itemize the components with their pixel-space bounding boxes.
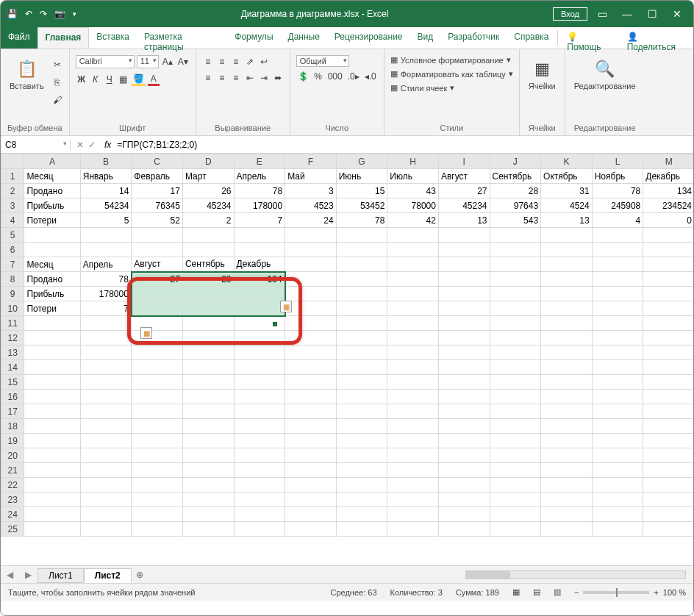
maximize-icon[interactable]: ☐	[642, 8, 662, 20]
cell-G2[interactable]: 15	[336, 184, 387, 198]
cell-C4[interactable]: 52	[132, 213, 183, 228]
cell-I19[interactable]	[438, 434, 490, 448]
cell-M16[interactable]	[643, 390, 693, 404]
cell-H18[interactable]	[387, 419, 439, 434]
cell-K13[interactable]	[541, 345, 593, 360]
cell-F1[interactable]: Май	[285, 169, 337, 184]
cell-J25[interactable]	[490, 522, 541, 537]
cell-A10[interactable]: Потери	[24, 301, 80, 316]
cell-J8[interactable]	[490, 272, 541, 287]
save-icon[interactable]: 💾	[7, 9, 18, 19]
cell-L25[interactable]	[592, 522, 643, 537]
cell-E8[interactable]: 134	[234, 272, 285, 287]
cell-G20[interactable]	[336, 448, 387, 463]
cell-F21[interactable]	[285, 463, 337, 478]
cell-H6[interactable]	[387, 243, 439, 257]
autofill-options-icon[interactable]: ▦	[280, 301, 292, 312]
cell-F2[interactable]: 3	[285, 184, 337, 198]
cell-H11[interactable]	[387, 316, 439, 331]
row-header-17[interactable]: 17	[1, 404, 24, 419]
row-header-20[interactable]: 20	[1, 448, 24, 463]
cell-F19[interactable]	[285, 434, 337, 448]
cell-I9[interactable]	[438, 287, 490, 301]
cell-J9[interactable]	[490, 287, 541, 301]
cell-L12[interactable]	[592, 331, 643, 345]
cell-L17[interactable]	[592, 404, 643, 419]
cell-H25[interactable]	[387, 522, 439, 537]
column-header-M[interactable]: M	[643, 154, 693, 169]
cell-L22[interactable]	[592, 478, 643, 493]
cell-D17[interactable]	[182, 404, 234, 419]
cell-B25[interactable]	[80, 522, 132, 537]
cell-C3[interactable]: 76345	[132, 198, 183, 213]
cell-F23[interactable]	[285, 493, 337, 507]
grow-font-icon[interactable]: A▴	[161, 55, 174, 68]
cell-K7[interactable]	[541, 257, 593, 272]
font-color-icon[interactable]: A	[148, 73, 160, 86]
cell-L15[interactable]	[592, 375, 643, 390]
increase-decimal-icon[interactable]: .0▸	[346, 70, 361, 83]
cell-C17[interactable]	[132, 404, 183, 419]
cell-M6[interactable]	[643, 243, 693, 257]
add-sheet-icon[interactable]: ⊕	[132, 570, 148, 580]
align-center-icon[interactable]: ≡	[216, 71, 228, 85]
cell-L6[interactable]	[592, 243, 643, 257]
cell-C25[interactable]	[132, 522, 183, 537]
cell-D8[interactable]: 28	[182, 272, 234, 287]
cell-M10[interactable]	[643, 301, 693, 316]
shrink-font-icon[interactable]: A▾	[176, 55, 190, 68]
cell-F11[interactable]	[285, 316, 337, 331]
cell-L5[interactable]	[592, 228, 643, 243]
cell-D22[interactable]	[182, 478, 234, 493]
cell-J5[interactable]	[490, 228, 541, 243]
cell-J22[interactable]	[490, 478, 541, 493]
cell-D11[interactable]	[182, 316, 234, 331]
cell-J6[interactable]	[490, 243, 541, 257]
row-header-10[interactable]: 10	[1, 301, 24, 316]
percent-icon[interactable]: %	[312, 70, 324, 83]
cell-E21[interactable]	[234, 463, 285, 478]
cell-D4[interactable]: 2	[182, 213, 234, 228]
cell-styles-button[interactable]: ▦Стили ячеек ▾	[390, 83, 454, 93]
zoom-level[interactable]: 100 %	[663, 588, 686, 597]
copy-icon[interactable]: ⎘	[51, 76, 63, 89]
cell-A4[interactable]: Потери	[24, 213, 80, 228]
cell-B1[interactable]: Январь	[80, 169, 132, 184]
tab-review[interactable]: Рецензирование	[327, 27, 410, 49]
column-header-H[interactable]: H	[387, 154, 439, 169]
minimize-icon[interactable]: —	[617, 8, 637, 20]
cell-G6[interactable]	[336, 243, 387, 257]
tab-formulas[interactable]: Формулы	[227, 27, 280, 49]
cell-A18[interactable]	[24, 419, 80, 434]
cell-C1[interactable]: Февраль	[132, 169, 183, 184]
underline-button[interactable]: Ч	[104, 73, 115, 86]
merge-icon[interactable]: ⬌	[272, 71, 284, 85]
cell-A5[interactable]	[24, 228, 80, 243]
cell-J18[interactable]	[490, 419, 541, 434]
cell-L19[interactable]	[592, 434, 643, 448]
cell-E3[interactable]: 178000	[234, 198, 285, 213]
cell-F7[interactable]	[285, 257, 337, 272]
cell-C19[interactable]	[132, 434, 183, 448]
cell-K20[interactable]	[541, 448, 593, 463]
cell-I11[interactable]	[438, 316, 490, 331]
cell-J15[interactable]	[490, 375, 541, 390]
cell-K12[interactable]	[541, 331, 593, 345]
row-header-4[interactable]: 4	[1, 213, 24, 228]
cell-M4[interactable]: 0	[643, 213, 693, 228]
align-left-icon[interactable]: ≡	[202, 71, 214, 85]
cell-I7[interactable]	[438, 257, 490, 272]
cell-H16[interactable]	[387, 390, 439, 404]
cell-B7[interactable]: Апрель	[80, 257, 132, 272]
column-header-G[interactable]: G	[336, 154, 387, 169]
cell-M3[interactable]: 234524	[643, 198, 693, 213]
horizontal-scrollbar[interactable]	[148, 570, 693, 579]
cell-A16[interactable]	[24, 390, 80, 404]
cell-A23[interactable]	[24, 493, 80, 507]
cell-E9[interactable]	[234, 287, 285, 301]
enter-formula-icon[interactable]: ✓	[88, 140, 96, 150]
cell-A21[interactable]	[24, 463, 80, 478]
cell-C20[interactable]	[132, 448, 183, 463]
tab-insert[interactable]: Вставка	[89, 27, 137, 49]
cell-H3[interactable]: 78000	[387, 198, 439, 213]
